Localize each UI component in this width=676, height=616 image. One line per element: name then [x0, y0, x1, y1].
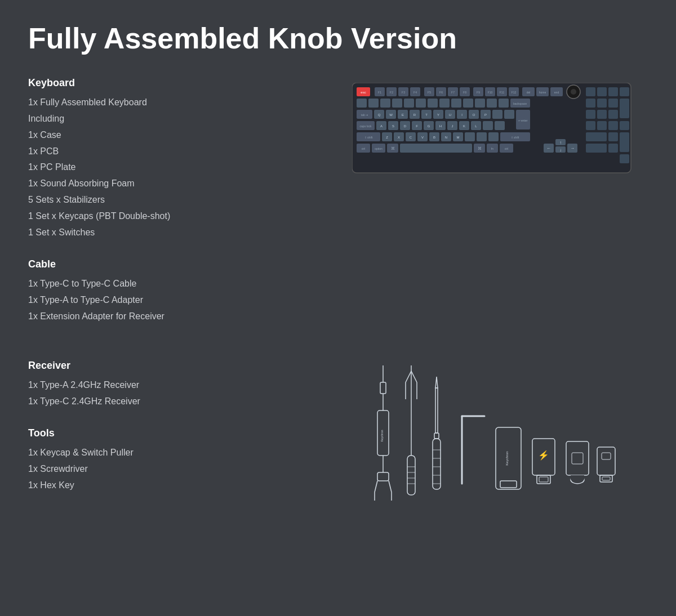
svg-rect-57: [620, 99, 629, 118]
receiver-section: Receiver 1x Type-A 2.4GHz Receiver1x Typ…: [28, 360, 315, 410]
svg-rect-41: [380, 99, 390, 108]
svg-text:tab ⇥: tab ⇥: [361, 113, 368, 117]
svg-text:C: C: [410, 136, 412, 139]
svg-rect-37: [608, 87, 618, 96]
svg-text:N: N: [445, 136, 447, 139]
svg-rect-158: [586, 144, 607, 153]
svg-rect-200: [566, 441, 589, 475]
list-item: 1x Fully Assembled Keyboard: [28, 95, 315, 111]
svg-rect-36: [597, 87, 607, 96]
svg-text:F9: F9: [477, 91, 480, 94]
svg-text:H: H: [439, 124, 442, 128]
svg-rect-203: [571, 475, 584, 480]
svg-rect-184: [434, 433, 439, 439]
svg-rect-40: [368, 99, 379, 108]
page-title: Fully Assembled Knob Version: [28, 23, 648, 55]
svg-text:←: ←: [546, 146, 551, 151]
svg-rect-206: [600, 475, 612, 482]
svg-text:B: B: [433, 136, 435, 139]
svg-text:↑: ↑: [559, 140, 562, 145]
svg-text:F1: F1: [378, 91, 381, 94]
svg-text:⇧ shift: ⇧ shift: [511, 136, 519, 139]
svg-rect-131: [488, 132, 499, 141]
svg-text:↵ enter: ↵ enter: [518, 119, 528, 122]
svg-text:Q: Q: [378, 113, 381, 117]
svg-text:F3: F3: [402, 91, 405, 94]
svg-text:F8: F8: [463, 91, 466, 94]
svg-rect-84: [586, 110, 595, 119]
tools-illustration: Keychron: [338, 360, 648, 517]
svg-text:M: M: [457, 136, 460, 139]
list-item: 1x Screwdriver: [28, 461, 315, 477]
svg-rect-46: [439, 99, 450, 108]
svg-rect-162: [380, 382, 386, 394]
svg-text:F11: F11: [500, 91, 505, 94]
svg-text:E: E: [402, 113, 404, 117]
svg-text:F6: F6: [439, 91, 443, 94]
svg-text:F5: F5: [428, 91, 431, 94]
svg-text:⌘: ⌘: [478, 146, 482, 150]
list-item: 1x Case: [28, 127, 315, 144]
svg-text:A: A: [380, 124, 383, 128]
svg-text:R: R: [413, 113, 416, 117]
svg-rect-42: [392, 99, 402, 108]
svg-text:→: →: [570, 146, 575, 151]
svg-text:caps lock: caps lock: [360, 124, 372, 128]
svg-text:F7: F7: [451, 91, 455, 94]
svg-rect-112: [620, 121, 629, 130]
svg-text:W: W: [389, 113, 393, 117]
list-item: 1 Set x Keycaps (PBT Double-shot): [28, 208, 315, 225]
svg-rect-85: [597, 110, 607, 119]
svg-rect-108: [495, 121, 505, 130]
svg-text:F10: F10: [488, 91, 493, 94]
svg-rect-185: [433, 439, 441, 489]
svg-text:⇧ shift: ⇧ shift: [364, 136, 373, 139]
svg-rect-55: [597, 99, 607, 108]
keyboard-illustration: esc F1 F2 F3 F4 F5 F6 F7 F8 F: [352, 83, 634, 178]
svg-text:backspace: backspace: [513, 102, 527, 105]
keyboard-section-title: Keyboard: [28, 77, 315, 89]
cable-section-title: Cable: [28, 258, 315, 270]
svg-rect-39: [357, 99, 367, 108]
svg-rect-47: [451, 99, 461, 108]
svg-line-168: [375, 481, 377, 492]
svg-text:S: S: [392, 124, 394, 128]
svg-rect-159: [608, 144, 618, 153]
svg-text:F12: F12: [512, 91, 517, 94]
svg-text:K: K: [463, 124, 465, 128]
svg-line-175: [411, 371, 417, 382]
svg-rect-43: [404, 99, 414, 108]
svg-rect-143: [400, 144, 472, 153]
svg-rect-44: [416, 99, 426, 108]
receiver-items: 1x Type-A 2.4GHz Receiver1x Type-C 2.4GH…: [28, 377, 315, 410]
keyboard-section: Keyboard 1x Fully Assembled KeyboardIncl…: [28, 77, 315, 240]
svg-rect-134: [586, 132, 607, 141]
svg-text:home: home: [539, 91, 546, 94]
svg-text:Z: Z: [386, 136, 388, 139]
svg-rect-135: [608, 132, 618, 141]
svg-point-34: [571, 89, 576, 95]
svg-text:O: O: [473, 113, 475, 117]
svg-rect-48: [463, 99, 473, 108]
tools-section-title: Tools: [28, 427, 315, 439]
svg-text:end: end: [554, 91, 559, 94]
svg-rect-167: [377, 472, 389, 481]
svg-rect-38: [620, 87, 629, 96]
svg-text:T: T: [425, 113, 428, 117]
list-item: 1x Type-C to Type-C Cable: [28, 276, 315, 292]
tools-items: 1x Keycap & Switch Puller1x Screwdriver1…: [28, 445, 315, 493]
list-item: 1 Set x Switches: [28, 225, 315, 241]
svg-rect-111: [608, 121, 618, 130]
list-item: 1x Type-A to Type-C Adapter: [28, 292, 315, 309]
svg-rect-81: [504, 110, 514, 119]
svg-line-169: [389, 481, 392, 492]
svg-rect-207: [602, 477, 610, 480]
keyboard-items: 1x Fully Assembled KeyboardIncluding1x C…: [28, 95, 315, 240]
svg-text:Keychron: Keychron: [505, 451, 509, 465]
list-item: 1x Sound Absorbing Foam: [28, 176, 315, 192]
svg-text:D: D: [404, 124, 407, 128]
svg-text:F: F: [416, 124, 418, 128]
svg-rect-80: [492, 110, 502, 119]
svg-rect-195: [500, 481, 517, 488]
svg-text:⌘: ⌘: [391, 146, 395, 150]
